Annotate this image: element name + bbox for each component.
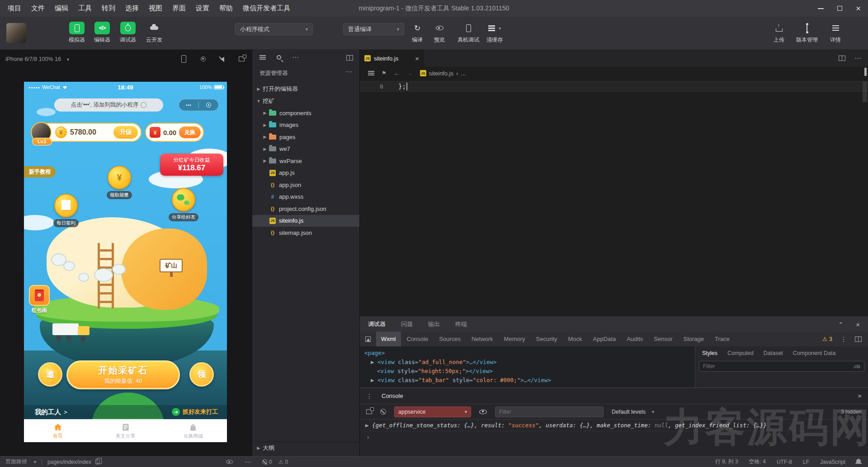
- tree-file-sitemap-json[interactable]: {} sitemap.json: [252, 227, 359, 239]
- minimize-icon[interactable]: [818, 8, 824, 9]
- detach-window-icon[interactable]: [239, 56, 245, 61]
- forward-icon[interactable]: →: [407, 70, 413, 77]
- details-button[interactable]: 详情: [823, 22, 848, 44]
- tab-shop[interactable]: 兑换商城: [159, 420, 227, 442]
- tab-terminal[interactable]: 终端: [455, 320, 467, 328]
- bookmark-icon[interactable]: ⚑: [382, 70, 387, 76]
- menu-interface[interactable]: 界面: [167, 4, 191, 13]
- devtools-tab-memory[interactable]: Memory: [499, 332, 530, 346]
- devtools-tab-mock[interactable]: Mock: [563, 332, 587, 346]
- devtools-more-icon[interactable]: ⋮: [840, 336, 847, 343]
- tree-file-app-wxss[interactable]: # app.wxss: [252, 191, 359, 203]
- tab-console-drawer[interactable]: Console: [382, 392, 403, 399]
- warning-count[interactable]: ⚠0: [278, 459, 288, 465]
- menu-project[interactable]: 项目: [3, 4, 26, 13]
- simulator-toggle-button[interactable]: 模拟器: [64, 22, 90, 44]
- debugger-toggle-button[interactable]: 调试器: [115, 22, 141, 44]
- wxml-elements-tree[interactable]: <page> ▶ <view class="ad_full_none">…</v…: [360, 346, 695, 388]
- tab-debugger[interactable]: 调试器: [368, 320, 386, 328]
- collapse-panel-icon[interactable]: ⌃: [838, 321, 843, 328]
- warning-badge[interactable]: ⚠3: [822, 336, 832, 342]
- tree-file-project-config[interactable]: {} project.config.json: [252, 203, 359, 215]
- wxml-node[interactable]: ▶ <view class="tab_bar" style="color: #0…: [364, 376, 695, 385]
- editor-toggle-button[interactable]: </> 编辑器: [90, 22, 115, 44]
- page-path-select[interactable]: 页面路径: [5, 458, 27, 466]
- devtools-tab-trace[interactable]: Trace: [710, 332, 735, 346]
- red-envelope-rain-button[interactable]: 红包雨: [26, 285, 53, 314]
- copy-path-icon[interactable]: [95, 459, 99, 464]
- live-expression-icon[interactable]: [479, 410, 487, 414]
- file-list-icon[interactable]: [259, 55, 266, 56]
- rotate-device-icon[interactable]: [181, 55, 186, 63]
- cursor-position[interactable]: 行 8, 列 3: [715, 458, 738, 466]
- clear-console-icon[interactable]: [380, 409, 386, 415]
- devtools-tab-audits[interactable]: Audits: [622, 332, 648, 346]
- menu-select[interactable]: 选择: [120, 4, 144, 13]
- drawer-menu-icon[interactable]: ⋮: [366, 392, 373, 400]
- newbie-tutorial-button[interactable]: 新手教程: [24, 166, 56, 177]
- close-panel-icon[interactable]: ×: [856, 321, 860, 328]
- record-icon[interactable]: [201, 56, 206, 61]
- tree-folder-components[interactable]: ▶ components: [252, 107, 359, 119]
- outline-list-icon[interactable]: [368, 71, 374, 72]
- mute-icon[interactable]: [220, 57, 224, 61]
- more-menu-button[interactable]: •••: [179, 103, 198, 107]
- tab-articles[interactable]: 美文分享: [92, 420, 160, 442]
- encoding[interactable]: UTF-8: [777, 459, 792, 465]
- editor-scrollbar[interactable]: [863, 81, 867, 102]
- tree-folder-wxparse[interactable]: ▶ wxParse: [252, 155, 359, 167]
- device-select[interactable]: iPhone 6/7/8 100% 16 ▾: [5, 54, 69, 64]
- notifications-bell-icon[interactable]: [856, 459, 861, 463]
- error-count[interactable]: 0: [262, 459, 272, 465]
- close-icon[interactable]: ×: [856, 4, 861, 13]
- cloud-dev-button[interactable]: 云开发: [142, 22, 167, 44]
- tab-computed[interactable]: Computed: [722, 350, 759, 356]
- tree-file-app-js[interactable]: JS app.js: [252, 167, 359, 179]
- tree-file-app-json[interactable]: {} app.json: [252, 179, 359, 191]
- tab-problems[interactable]: 问题: [401, 320, 413, 328]
- tab-styles[interactable]: Styles: [697, 350, 722, 356]
- menu-tools[interactable]: 工具: [73, 4, 97, 13]
- tree-project-root[interactable]: ▼ 挖矿: [252, 95, 359, 107]
- menu-help[interactable]: 帮助: [214, 4, 238, 13]
- search-icon[interactable]: [277, 55, 281, 60]
- console-filter-input[interactable]: [495, 409, 603, 415]
- cls-toggle[interactable]: .cls: [853, 364, 864, 369]
- eol-type[interactable]: LF: [803, 459, 809, 465]
- close-drawer-icon[interactable]: ×: [858, 392, 862, 400]
- menu-goto[interactable]: 转到: [97, 4, 120, 13]
- console-sidebar-icon[interactable]: [366, 409, 372, 414]
- menu-edit[interactable]: 编辑: [50, 4, 73, 13]
- devtools-tab-sensor[interactable]: Sensor: [649, 332, 677, 346]
- menu-settings[interactable]: 设置: [191, 4, 214, 13]
- devtools-tab-appdata[interactable]: AppData: [588, 332, 621, 346]
- tree-folder-pages[interactable]: ▶ pages: [252, 131, 359, 143]
- tree-folder-we7[interactable]: ▶ we7: [252, 143, 359, 155]
- explorer-more-icon[interactable]: ⋯: [345, 68, 352, 76]
- menu-file[interactable]: 文件: [26, 4, 50, 13]
- menu-view[interactable]: 视图: [144, 4, 167, 13]
- tab-component-data[interactable]: Component Data: [788, 350, 841, 356]
- devtools-tab-security[interactable]: Security: [531, 332, 562, 346]
- console-log-entry[interactable]: ▶ {get_offline_stone_status: {…}, result…: [360, 420, 868, 431]
- dock-side-icon[interactable]: [855, 336, 862, 342]
- version-control-button[interactable]: 版本管理: [794, 22, 820, 44]
- devtools-tab-network[interactable]: Network: [467, 332, 498, 346]
- devtools-tab-console[interactable]: Console: [402, 332, 434, 346]
- log-levels-select[interactable]: Default levels ▾: [612, 409, 654, 415]
- watch-icon[interactable]: [226, 460, 233, 464]
- exit-button[interactable]: [199, 103, 218, 107]
- tab-dataset[interactable]: Dataset: [759, 350, 788, 356]
- tree-folder-images[interactable]: ▶ images: [252, 119, 359, 131]
- tab-siteinfo-js[interactable]: JS siteinfo.js ×: [360, 50, 424, 67]
- editor-more-icon[interactable]: ⋯: [854, 57, 862, 60]
- upload-button[interactable]: 上传: [766, 22, 792, 44]
- back-icon[interactable]: ←: [394, 70, 400, 77]
- inspect-element-icon[interactable]: [365, 336, 371, 342]
- devtools-tab-wxml[interactable]: Wxml: [376, 332, 401, 346]
- menu-devtools[interactable]: 微信开发者工具: [238, 4, 295, 13]
- devtools-tab-storage[interactable]: Storage: [679, 332, 709, 346]
- maximize-icon[interactable]: [837, 6, 842, 11]
- context-select[interactable]: appservice ▾: [394, 406, 471, 417]
- wxml-node[interactable]: <page>: [364, 349, 695, 358]
